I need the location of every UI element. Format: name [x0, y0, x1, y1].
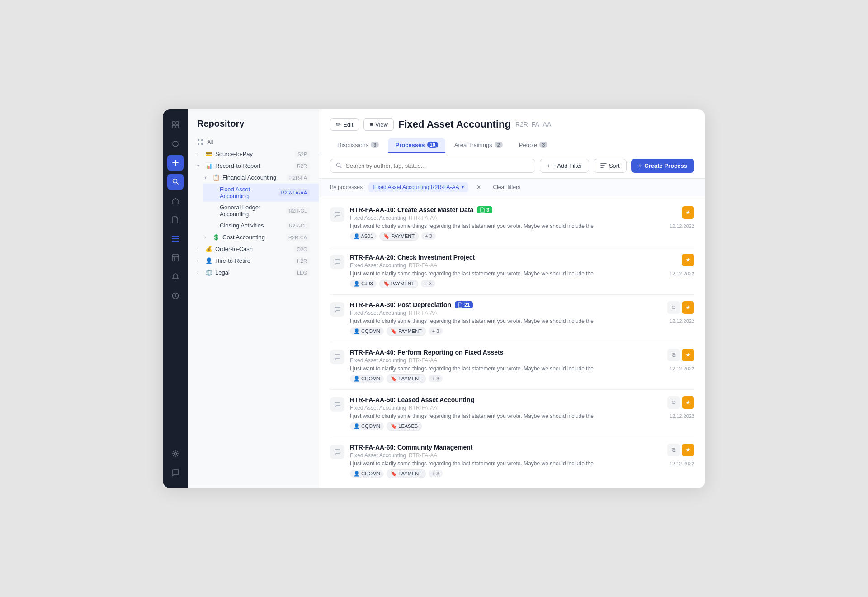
search-box[interactable]: [330, 159, 535, 173]
star-button[interactable]: ★: [682, 396, 694, 409]
process-meta: ⧉ ★ 12.12.2022: [658, 349, 694, 371]
filter-chip[interactable]: Fixed Asset Accounting R2R-FA-AA ▾: [368, 182, 468, 192]
search-icon: [336, 162, 342, 169]
svg-rect-3: [176, 125, 179, 128]
add-filter-button[interactable]: + + Add Filter: [540, 159, 589, 173]
create-plus-icon: +: [638, 162, 642, 169]
process-tags: 👤 CJ03 🔖 PAYMENT + 3: [350, 280, 653, 288]
nav-icon-circle[interactable]: [167, 136, 184, 152]
process-body: RTR-FA-AA-50: Leased Asset Accounting Fi…: [350, 396, 653, 431]
sort-icon: [600, 163, 607, 168]
process-tags: 👤 CQOMN 🔖 LEASES: [350, 422, 653, 431]
process-meta: ⧉ ★ 12.12.2022: [658, 396, 694, 419]
nav-icon-bell[interactable]: [167, 269, 184, 285]
sidebar-item-hire-to-retire[interactable]: › 👤 Hire-to-Retire H2R: [188, 255, 319, 267]
nav-icon-settings[interactable]: [167, 445, 184, 462]
toolbar: + + Add Filter Sort + Create Process: [319, 153, 705, 179]
process-body: RTR-FA-AA-20: Check Investment Project F…: [350, 254, 653, 288]
sidebar-item-financial-accounting[interactable]: ▾ 📋 Financial Accounting R2R-FA Fixed As…: [195, 172, 319, 232]
edit-button[interactable]: ✏ Edit: [330, 118, 359, 131]
sidebar-item-cost-accounting[interactable]: › 💲 Cost Accounting R2R-CA: [195, 232, 319, 243]
copy-button[interactable]: ⧉: [667, 396, 680, 409]
nav-icon-clock[interactable]: [167, 288, 184, 304]
view-button[interactable]: ≡ View: [363, 118, 394, 131]
process-body: RTR-FA-AA-30: Post Depreciation 21 Fixed…: [350, 301, 653, 336]
app-container: Repository All › 💳 Source-to-Pay S2P ▾ 📊…: [163, 109, 705, 488]
process-tags: 👤 CQOMN 🔖 PAYMENT + 3: [350, 374, 653, 383]
sidebar-item-legal[interactable]: › ⚖️ Legal LEG: [188, 267, 319, 279]
nav-icon-table[interactable]: [167, 250, 184, 266]
svg-rect-6: [172, 255, 179, 261]
nav-icon-feedback[interactable]: [167, 464, 184, 481]
star-button[interactable]: ★: [682, 349, 694, 361]
sidebar-item-general-ledger[interactable]: General Ledger Accounting R2R-GL: [203, 202, 319, 220]
sidebar-item-order-to-cash[interactable]: › 💰 Order-to-Cash O2C: [188, 243, 319, 255]
page-code: R2R–FA–AA: [515, 121, 551, 128]
copy-button[interactable]: ⧉: [667, 444, 680, 456]
svg-point-4: [173, 141, 178, 147]
sidebar-item-record-to-report[interactable]: ▾ 📊 Record-to-Report R2R ▾ 📋 Financial A…: [188, 160, 319, 243]
nav-bar: [163, 109, 188, 488]
chat-icon: [330, 350, 344, 364]
tab-processes[interactable]: Processes 10: [388, 138, 445, 153]
process-body: RTR-FA-AA-10: Create Asset Master Data 3…: [350, 206, 653, 241]
tab-area-trainings[interactable]: Area Trainings 2: [447, 138, 510, 153]
tab-discussions[interactable]: Discussions 3: [330, 138, 386, 153]
nav-icon-grid[interactable]: [167, 117, 184, 133]
svg-rect-0: [172, 122, 175, 124]
sidebar-item-fixed-asset[interactable]: Fixed Asset Accounting R2R-FA-AA: [203, 184, 319, 202]
chat-icon: [330, 302, 344, 317]
tab-people[interactable]: People 3: [512, 138, 555, 153]
svg-point-8: [175, 452, 177, 455]
svg-point-13: [337, 163, 340, 167]
main-content: ✏ Edit ≡ View Fixed Asset Accounting R2R…: [319, 109, 705, 488]
nav-icon-home[interactable]: [167, 193, 184, 209]
process-meta: ⧉ ★ 12.12.2022: [658, 301, 694, 324]
copy-button[interactable]: ⧉: [667, 301, 680, 314]
sidebar: Repository All › 💳 Source-to-Pay S2P ▾ 📊…: [188, 109, 319, 488]
star-button[interactable]: ★: [682, 254, 694, 266]
nav-icon-list[interactable]: [167, 231, 184, 247]
table-row[interactable]: RTR-FA-AA-50: Leased Asset Accounting Fi…: [330, 390, 694, 437]
search-input[interactable]: [346, 162, 529, 169]
table-row[interactable]: RTR-FA-AA-10: Create Asset Master Data 3…: [330, 200, 694, 247]
close-icon: ✕: [476, 184, 481, 190]
edit-pencil-icon: ✏: [336, 121, 341, 128]
chat-icon: [330, 397, 344, 412]
page-title-row: ✏ Edit ≡ View Fixed Asset Accounting R2R…: [330, 118, 694, 131]
sidebar-item-closing[interactable]: Closing Activities R2R-CL: [203, 220, 319, 232]
sidebar-item-source-to-pay[interactable]: › 💳 Source-to-Pay S2P: [188, 148, 319, 160]
main-header: ✏ Edit ≡ View Fixed Asset Accounting R2R…: [319, 109, 705, 153]
chevron-right-icon-o2c: ›: [197, 246, 203, 251]
process-meta: ★ 12.12.2022: [658, 254, 694, 276]
svg-rect-1: [176, 122, 179, 124]
nav-icon-search[interactable]: [167, 174, 184, 190]
table-row[interactable]: RTR-FA-AA-30: Post Depreciation 21 Fixed…: [330, 295, 694, 342]
process-list: RTR-FA-AA-10: Create Asset Master Data 3…: [319, 196, 705, 488]
table-row[interactable]: RTR-FA-AA-60: Community Management Fixed…: [330, 437, 694, 484]
chevron-down-icon-fa: ▾: [204, 175, 210, 180]
nav-icon-file[interactable]: [167, 212, 184, 228]
sidebar-title: Repository: [188, 118, 319, 136]
star-button[interactable]: ★: [682, 206, 694, 219]
doc-badge: 3: [477, 206, 492, 213]
sort-button[interactable]: Sort: [594, 159, 627, 173]
filter-remove-button[interactable]: ✕: [473, 182, 485, 192]
star-button[interactable]: ★: [682, 301, 694, 314]
clear-filters-button[interactable]: Clear filters: [489, 182, 524, 192]
process-tags: 👤 AS01 🔖 PAYMENT + 3: [350, 232, 653, 241]
table-row[interactable]: RTR-FA-AA-40: Perform Reporting on Fixed…: [330, 342, 694, 390]
svg-rect-10: [201, 139, 203, 141]
star-button[interactable]: ★: [682, 444, 694, 456]
process-meta: ⧉ ★ 12.12.2022: [658, 444, 694, 466]
nav-icon-add[interactable]: [167, 155, 184, 171]
copy-button[interactable]: ⧉: [667, 349, 680, 361]
chevron-right-icon: ›: [197, 152, 203, 156]
chip-chevron-icon: ▾: [462, 185, 464, 190]
sidebar-all[interactable]: All: [188, 136, 319, 148]
create-process-button[interactable]: + Create Process: [631, 159, 694, 173]
plus-icon: +: [547, 162, 550, 169]
process-meta: ★ 12.12.2022: [658, 206, 694, 229]
chevron-right-icon-leg: ›: [197, 270, 203, 275]
table-row[interactable]: RTR-FA-AA-20: Check Investment Project F…: [330, 247, 694, 295]
